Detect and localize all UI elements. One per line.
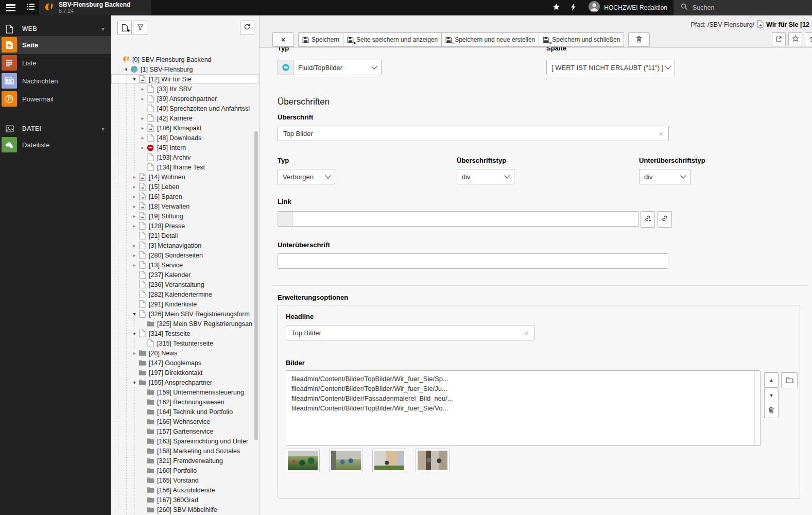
- tree-item[interactable]: ▾[326] Mein SBV Registrierungsform: [111, 309, 259, 319]
- bookmark-button[interactable]: [788, 32, 802, 46]
- tree-item[interactable]: [193] Archiv: [111, 152, 259, 162]
- tree-item[interactable]: [163] Spareinrichtung und Unter: [111, 436, 259, 446]
- tree-item[interactable]: [147] Googlemaps: [111, 358, 259, 368]
- tree-item[interactable]: ▸[128] Presse: [111, 221, 259, 231]
- sidebar-item-seite[interactable]: Seite: [0, 36, 111, 54]
- tree-item[interactable]: [282] Kalendertermine: [111, 289, 259, 299]
- tree-item[interactable]: ▸[45] Intern: [111, 143, 259, 152]
- chevron-right-icon[interactable]: ▸: [139, 94, 146, 104]
- tree-item[interactable]: [315] Testunterseite: [111, 338, 259, 348]
- link-details-button[interactable]: [641, 211, 655, 228]
- chevron-down-icon[interactable]: ▾: [123, 64, 130, 74]
- section-datei[interactable]: DATEI ▾: [0, 122, 111, 136]
- chevron-right-icon[interactable]: ▸: [139, 84, 146, 94]
- tree-item[interactable]: ▸[15] Leben: [111, 182, 259, 192]
- link-input[interactable]: [298, 215, 633, 223]
- image-thumbnail[interactable]: [286, 449, 320, 472]
- tree-item[interactable]: ▾[1] SBV-Flensburg: [111, 64, 259, 74]
- tree-item[interactable]: [237] Kalender: [111, 270, 259, 280]
- tree-item[interactable]: ▸[3] Metanavigation: [111, 241, 259, 250]
- save-view-button[interactable]: ● Seite speichern und anzeigen: [343, 32, 442, 47]
- tree-item[interactable]: [158] Marketing und Soziales: [111, 446, 259, 456]
- tree-item[interactable]: ▸[14] Wohnen: [111, 172, 259, 182]
- tree-item[interactable]: ▸[19] Stiftung: [111, 211, 259, 221]
- tree-item[interactable]: [156] Auszubildende: [111, 485, 259, 495]
- open-in-new-window-button[interactable]: [772, 32, 786, 46]
- tree-item[interactable]: [21] Detail: [111, 231, 259, 241]
- tree-item[interactable]: ▸[280] Sonderseiten: [111, 250, 259, 260]
- bilder-item[interactable]: fileadmin/Content/Bilder/TopBilder/Wir_f…: [286, 384, 760, 393]
- chevron-right-icon[interactable]: ▸: [131, 172, 138, 182]
- subheadertype-select[interactable]: div: [639, 169, 690, 184]
- tree-item[interactable]: [260] SBV-Möbelhilfe: [111, 505, 259, 514]
- chevron-right-icon[interactable]: ▸: [139, 133, 146, 143]
- headline-input[interactable]: [291, 329, 520, 337]
- tree-item[interactable]: ▾[314] Testseite: [111, 329, 259, 338]
- headertype-select[interactable]: div: [457, 169, 514, 184]
- tree-item[interactable]: [0] SBV-Flensburg Backend: [111, 55, 259, 64]
- ueberschrift-input[interactable]: [283, 130, 654, 138]
- sidebar-item-liste[interactable]: Liste: [0, 54, 111, 72]
- user-menu[interactable]: HOCHZWEI Redaktion: [582, 0, 673, 15]
- tree-item[interactable]: ▾[155] Ansprechpartner: [111, 377, 259, 387]
- clear-icon[interactable]: ×: [524, 329, 529, 337]
- chevron-down-icon[interactable]: ▾: [131, 329, 138, 338]
- sidebar-item-nachrichten[interactable]: Nachrichten: [0, 72, 111, 90]
- tree-item[interactable]: [157] Gartenservice: [111, 426, 259, 436]
- tree-item[interactable]: [197] Direktkontakt: [111, 368, 259, 377]
- link-browser-button[interactable]: [658, 211, 672, 228]
- bilder-item[interactable]: fileadmin/Content/Bilder/TopBilder/Wir_f…: [286, 374, 760, 384]
- section-web[interactable]: WEB ▾: [0, 22, 111, 36]
- unterueberschrift-input[interactable]: [283, 258, 663, 265]
- tree-item[interactable]: [164] Technik und Portfolio: [111, 407, 259, 417]
- delete-button[interactable]: [628, 32, 650, 47]
- chevron-down-icon[interactable]: ▾: [131, 309, 138, 319]
- image-thumbnail[interactable]: [372, 449, 406, 472]
- clear-icon[interactable]: ×: [659, 129, 663, 138]
- tree-item[interactable]: [291] Kinderkiste: [111, 299, 259, 309]
- refresh-button[interactable]: [240, 21, 254, 35]
- type-select[interactable]: Fluid/TopBilder: [293, 60, 382, 75]
- tree-item[interactable]: [165] Vorstand: [111, 475, 259, 485]
- chevron-right-icon[interactable]: ▸: [131, 260, 138, 270]
- bilder-item[interactable]: fileadmin/Content/Bilder/Fassadenmalerei…: [286, 393, 760, 403]
- chevron-right-icon[interactable]: ▸: [131, 182, 138, 192]
- tree-item[interactable]: ▸[42] Karriere: [111, 113, 259, 123]
- save-new-button[interactable]: + Speichern und neue erstellen: [442, 32, 539, 47]
- tree-item[interactable]: [40] Sprechzeiten und Anfahrtssl: [111, 104, 259, 113]
- tree-item[interactable]: [167] 360Grad: [111, 495, 259, 505]
- tree-item[interactable]: ▸[18] Verwalten: [111, 201, 259, 211]
- tree-scrollbar[interactable]: [254, 131, 258, 440]
- bilder-listbox[interactable]: fileadmin/Content/Bilder/TopBilder/Wir_f…: [286, 370, 761, 446]
- chevron-right-icon[interactable]: ▸: [139, 123, 146, 133]
- chevron-down-icon[interactable]: ▾: [131, 377, 138, 387]
- tree-item[interactable]: [236] Veranstaltung: [111, 280, 259, 289]
- tree-item[interactable]: ▸[16] Sparen: [111, 192, 259, 201]
- new-page-button[interactable]: +: [117, 21, 132, 35]
- global-search[interactable]: Suchen: [673, 0, 812, 15]
- bookmarks-button[interactable]: [547, 0, 565, 15]
- chevron-right-icon[interactable]: ▸: [139, 113, 146, 123]
- tree-item[interactable]: [166] Wohnservice: [111, 417, 259, 426]
- tree-item[interactable]: ▸[33] Ihr SBV: [111, 84, 259, 94]
- sidebar-item-dateiliste[interactable]: Dateiliste: [0, 136, 111, 154]
- help-button[interactable]: ?: [805, 32, 812, 46]
- chevron-right-icon[interactable]: ▸: [139, 143, 146, 152]
- typ2-select[interactable]: Verborgen: [278, 169, 335, 184]
- tree-item[interactable]: [325] Mein SBV Registrierungsan: [111, 319, 259, 329]
- chevron-down-icon[interactable]: ▾: [131, 74, 138, 84]
- tree-item[interactable]: [162] Rechnungswesen: [111, 397, 259, 407]
- move-down-button[interactable]: ▼: [764, 388, 779, 403]
- tree-item[interactable]: [321] Fremdverwaltung: [111, 456, 259, 466]
- close-button[interactable]: ×: [272, 32, 294, 47]
- tree-item[interactable]: ▸[48] Downloads: [111, 133, 259, 143]
- column-select[interactable]: [ WERT IST NICHT ERLAUBT ("11") ]: [546, 60, 675, 75]
- tree-item[interactable]: ▸[13] Service: [111, 260, 259, 270]
- tree-item[interactable]: ▸[20] News: [111, 348, 259, 358]
- chevron-right-icon[interactable]: ▸: [131, 348, 138, 358]
- tree-item[interactable]: ▸[186] Klimapakt: [111, 123, 259, 133]
- tree-item[interactable]: [134] Iframe Test: [111, 162, 259, 172]
- tree-item[interactable]: ▾[12] Wir für Sie: [111, 74, 259, 84]
- image-thumbnail[interactable]: [416, 449, 450, 472]
- tree-item[interactable]: [160] Portfolio: [111, 466, 259, 475]
